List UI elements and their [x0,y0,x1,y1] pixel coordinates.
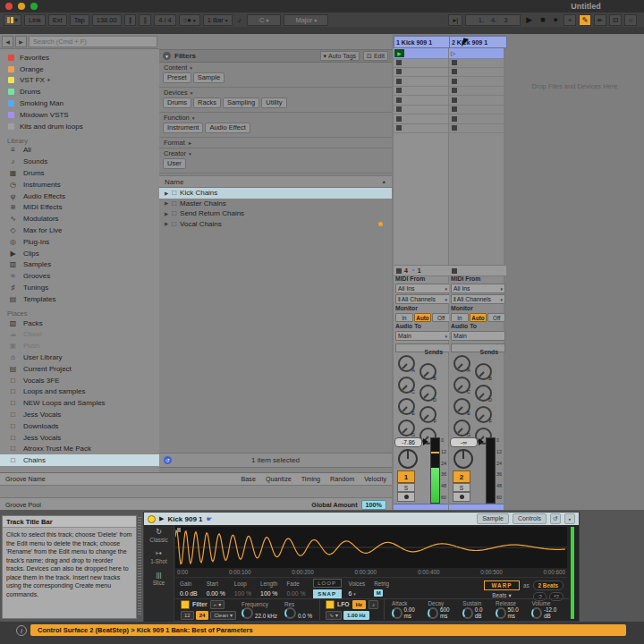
tempo-field[interactable]: 138.00 [92,14,122,26]
device-view-grip[interactable] [138,517,141,615]
record-button[interactable]: ● [551,15,561,24]
playback-mode-button[interactable]: ↦ 1-Shot [150,549,167,564]
send-knob[interactable]: E [398,398,415,415]
auto-tags-toggle[interactable]: ▾ Auto Tags [320,51,360,61]
clip-stop-icon[interactable] [396,116,402,122]
expand-arrow-icon[interactable]: ▶ [165,191,168,196]
expand-arrow-icon[interactable]: ▶ [165,200,168,206]
sample-parameter[interactable]: Fade 0.00 % [282,579,309,598]
filter-slope-12-button[interactable]: 12 [181,611,194,620]
sample-waveform-display[interactable] [175,527,567,568]
audio-to-chooser[interactable]: Main ▾ [395,331,450,341]
save-preset-icon[interactable]: ▪ [564,513,575,524]
library-item[interactable]: ♪ Sounds [0,156,159,167]
send-knob[interactable]: B [475,363,492,380]
filters-collapse-icon[interactable]: ▼ [163,52,171,60]
automation-arm-button[interactable]: ↞ [594,14,606,26]
empty-clip-slot[interactable] [394,106,448,115]
filter-chip[interactable]: Racks [193,97,221,108]
library-item[interactable]: ◇ Max for Live [0,225,159,236]
send-knob[interactable]: F [419,406,436,423]
envelope-knob[interactable]: Attack 0.00 ms [390,599,422,620]
nudge-up-button[interactable]: ∥ [139,14,151,26]
places-item[interactable]: ☁ Cloud [0,329,159,341]
envelope-knob[interactable]: Release 50.0 ms [494,599,526,620]
push-status-icon[interactable]: ▾ [4,14,21,26]
color-tag-item[interactable]: Orange [0,64,159,75]
library-item[interactable]: ▥ Samples [0,259,159,271]
empty-clip-slot[interactable] [449,58,504,68]
ext-button[interactable]: Ext [48,14,67,26]
follow-button[interactable]: ▸| [448,14,462,26]
empty-clip-slot[interactable] [394,77,448,87]
device-title-bar[interactable]: ▶ Kick 909 1 ☛ SampleControls ↺ ▪ [144,513,579,525]
envelope-knob[interactable]: Decay 600 ms [426,599,457,620]
result-item-send-return-chains[interactable]: ▶ □ Send Return Chains [159,208,392,219]
filter-chip[interactable]: Audio Effect [205,123,250,133]
clip-stop-icon[interactable] [452,97,457,103]
maximize-window-icon[interactable] [30,3,38,10]
fader-handle-icon[interactable] [479,438,484,445]
places-item[interactable]: □ Vocals 3FE [0,375,159,386]
filter-chip[interactable]: Sampling [223,97,259,108]
send-knob[interactable]: G [398,419,415,436]
color-tag-item[interactable]: Drums [0,86,159,97]
scale-key-icon[interactable]: ♪ [235,15,245,24]
filter-type-chooser[interactable]: ⌐ ▾ [210,600,225,609]
key-scale-menu[interactable]: Major ▾ [284,14,328,26]
expand-arrow-icon[interactable]: ▶ [165,211,168,216]
groove-column-label[interactable]: Base [242,475,256,483]
time-signature-field[interactable]: 4 / 4 [154,14,176,26]
library-item[interactable]: ▶ Clips [0,248,159,259]
clip-stop-icon[interactable] [396,125,402,131]
filter-circuit-chooser[interactable]: Clean ▾ [210,611,236,620]
places-item[interactable]: □ Atroxx Trust Me Pack [0,444,159,455]
midi-from-input-chooser[interactable]: All Ins ▾ [451,284,505,293]
track-activator[interactable]: 2 [453,470,470,483]
send-knob[interactable]: A [453,355,470,372]
monitor-in-button[interactable]: In [451,313,469,322]
monitor-off-button[interactable]: Off [432,313,450,322]
expand-arrow-icon[interactable]: ▶ [165,221,168,226]
clip-stop-icon[interactable] [452,60,457,65]
color-tag-item[interactable]: VST FX + [0,75,159,87]
pan-knob[interactable] [453,449,473,469]
filter-frequency-knob[interactable]: Frequency 22.0 kHz [240,600,279,620]
search-input[interactable] [29,36,157,47]
library-item[interactable]: ≋ MIDI Effects [0,202,159,214]
filter-chip[interactable]: User [163,158,186,169]
device-activator-icon[interactable] [148,515,156,523]
filter-group-label[interactable]: Devices ▾ [159,88,392,97]
empty-clip-slot[interactable] [449,96,504,106]
sample-parameter[interactable]: Start 0.00 % [202,579,230,598]
close-window-icon[interactable] [5,3,13,10]
monitor-in-button[interactable]: In [395,313,413,322]
places-item[interactable]: □ Downloads [0,420,159,432]
midi-from-channel-chooser[interactable]: ‖ All Channels ▾ [395,294,450,304]
arrangement-position[interactable]: 1. 4. 3 [465,14,521,26]
empty-play-icon[interactable]: ▷ [451,50,455,57]
clip-stop-icon[interactable] [396,97,402,103]
warp-mode-chooser[interactable]: Beats ▾ [492,592,511,598]
midi-from-input-chooser[interactable]: All Ins ▾ [395,284,450,293]
library-item[interactable]: ≡ All [0,145,159,157]
clip-stop-icon[interactable] [396,69,402,74]
edit-tags-button[interactable]: ⊡ Edit [363,51,388,61]
clip-play-icon[interactable]: ▶ [394,49,404,57]
groove-column-label[interactable]: Quantize [266,475,292,483]
track-1-header[interactable]: 1 Kick 909 1 [394,36,452,48]
play-button[interactable]: ▶ [523,15,535,24]
empty-clip-slot[interactable] [394,87,448,97]
hotswap-icon[interactable]: ↺ [164,456,172,464]
library-item[interactable]: ψ Audio Effects [0,191,159,202]
empty-clip-slot[interactable] [394,58,448,68]
filter-resonance-knob[interactable]: Res 0.0 % [283,600,314,620]
library-item[interactable]: ♯ Tunings [0,282,159,293]
filter-chip[interactable]: Instrument [163,123,203,133]
lfo-rate-value[interactable]: 1.00 Hz [343,611,369,620]
stop-button[interactable]: ■ [538,15,547,24]
hotswap-icon[interactable]: ↺ [550,513,561,524]
library-item[interactable]: ▦ Drums [0,167,159,179]
snap-button[interactable]: SNAP [313,589,342,598]
library-item[interactable]: ◷ Instruments [0,179,159,191]
